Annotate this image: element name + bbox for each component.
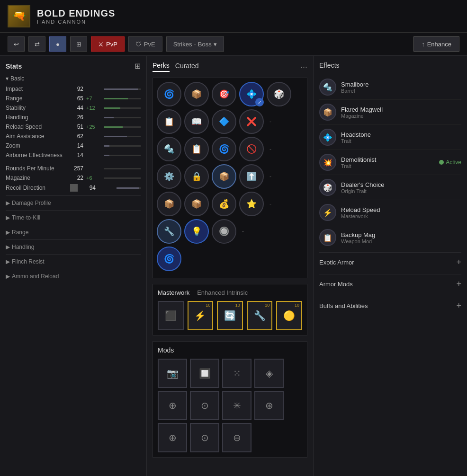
undo-button[interactable]: ↩ xyxy=(8,36,25,52)
mod-8[interactable]: ⊛ xyxy=(254,391,284,420)
perk-trait1-3[interactable]: 🌀 xyxy=(212,137,236,161)
perk-barrel-2[interactable]: 📦 xyxy=(184,82,209,106)
effect-flared-magwell[interactable]: 📦 Flared Magwell Magazine xyxy=(319,100,461,125)
mod-9[interactable]: ⊕ xyxy=(158,423,187,452)
perk-mag-3[interactable]: 🔷 xyxy=(212,109,236,134)
perk-mag-1[interactable]: 📋 xyxy=(157,109,181,134)
stat-value-magazine: 22 xyxy=(70,175,83,181)
mw-item-empty[interactable]: ⬛ xyxy=(158,301,184,330)
effects-panel: Effects 🔩 Smallbore Barrel 📦 Flared Magw… xyxy=(313,56,467,476)
effect-dealers-choice[interactable]: 🎲 Dealer's Choice Origin Trait xyxy=(319,175,461,200)
perk-trait2-4[interactable]: ⬆️ xyxy=(239,164,264,189)
effect-headstone[interactable]: 💠 Headstone Trait xyxy=(319,125,461,150)
stat-value-recoil: 94 xyxy=(82,185,96,191)
mod-3[interactable]: ⁙ xyxy=(222,359,251,388)
stats-add-button[interactable]: ⊞ xyxy=(135,62,141,71)
stat-bar-fill-recoil xyxy=(117,187,139,189)
effect-demolitionist[interactable]: 💥 Demolitionist Trait Active xyxy=(319,150,461,175)
stat-name-rpm: Rounds Per Minute xyxy=(6,165,67,172)
pvp-button[interactable]: ⚔ PvP xyxy=(91,36,125,52)
strikes-boss-button[interactable]: Strikes - Boss ▾ xyxy=(166,36,224,52)
perk-dash-2: - xyxy=(267,146,274,152)
buffs-abilities-section[interactable]: Buffs and Abilities + xyxy=(319,296,461,316)
stat-value-stability: 44 xyxy=(70,105,83,111)
perk-barrel-selected[interactable]: 💠 xyxy=(239,82,264,106)
effect-backup-mag[interactable]: 📋 Backup Mag Weapon Mod xyxy=(319,225,461,250)
mod-4[interactable]: ◈ xyxy=(254,359,284,388)
mod-7[interactable]: ✳ xyxy=(222,391,251,420)
perk-trait2-2[interactable]: 🔒 xyxy=(184,164,209,189)
perk-trait2-1[interactable]: ⚙️ xyxy=(157,164,181,189)
perk-trait2-selected[interactable]: 📦 xyxy=(212,164,236,189)
perk-row6-blue[interactable]: 💡 xyxy=(184,219,209,244)
ammo-reload-label: Ammo and Reload xyxy=(12,273,59,280)
mod-11[interactable]: ⊖ xyxy=(222,423,251,452)
damage-profile-section[interactable]: ▶ Damage Profile xyxy=(6,195,141,206)
mod-6[interactable]: ⊙ xyxy=(190,391,219,420)
mw-item-2[interactable]: 10 🔄 xyxy=(217,301,243,330)
mod-2[interactable]: 🔲 xyxy=(190,359,219,388)
perks-grid: 🌀 📦 🎯 💠 🎲 📋 📖 🔷 ❌ - 🔩 📋 🌀 🚫 - xyxy=(153,78,307,278)
basic-stats-group: ▾ Basic Impact 92 Range 65 +7 xyxy=(6,75,141,192)
ammo-reload-section[interactable]: ▶ Ammo and Reload xyxy=(6,269,141,280)
more-options-button[interactable]: ··· xyxy=(300,62,307,72)
curated-tab[interactable]: Curated xyxy=(175,62,199,71)
pve-button[interactable]: 🛡 PvE xyxy=(128,36,162,52)
perk-barrel-5[interactable]: 🎲 xyxy=(267,82,291,106)
exotic-armor-section[interactable]: Exotic Armor + xyxy=(319,252,461,272)
range-section[interactable]: ▶ Range xyxy=(6,225,141,236)
perk-trait1-4[interactable]: 🚫 xyxy=(239,137,264,161)
perk-origin-1[interactable]: 📦 xyxy=(157,192,181,216)
armor-mods-section[interactable]: Armor Mods + xyxy=(319,274,461,294)
dot-mode-button[interactable]: ● xyxy=(49,36,66,52)
mods-section: Mods 📷 🔲 ⁙ ◈ ⊕ ⊙ ✳ ⊛ ⊕ ⊙ ⊖ xyxy=(153,341,307,458)
perk-barrel-1[interactable]: 🌀 xyxy=(157,82,181,106)
stats-title: Stats xyxy=(6,62,22,70)
effect-dealers-choice-info: Dealer's Choice Origin Trait xyxy=(341,181,384,194)
flinch-resist-section[interactable]: ▶ Flinch Resist xyxy=(6,254,141,265)
mod-5[interactable]: ⊕ xyxy=(158,391,187,420)
masterwork-header: Masterwork Enhanced Intrinsic xyxy=(158,289,302,296)
mod-1[interactable]: 📷 xyxy=(158,359,187,388)
perk-barrel-3[interactable]: 🎯 xyxy=(212,82,236,106)
perk-origin-3[interactable]: 💰 xyxy=(212,192,236,216)
recoil-indicator xyxy=(70,184,78,192)
flinch-resist-label: Flinch Resist xyxy=(12,258,45,265)
stat-name-recoil: Recoil Direction xyxy=(6,185,67,191)
perk-row6-selected[interactable]: 🔧 xyxy=(157,219,181,244)
mw-item-4[interactable]: 10 🟡 xyxy=(276,301,302,330)
perk-origin-4[interactable]: ⭐ xyxy=(239,192,264,216)
mw-item-3[interactable]: 10 🔧 xyxy=(247,301,273,330)
grid-mode-button[interactable]: ⊞ xyxy=(70,36,87,52)
perk-dash-5: - xyxy=(239,228,247,235)
stat-bar-airborne xyxy=(104,155,141,156)
basic-section-label[interactable]: ▾ Basic xyxy=(6,75,141,82)
handling-section[interactable]: ▶ Handling xyxy=(6,239,141,250)
stat-row-reload-speed: Reload Speed 51 +25 xyxy=(6,123,141,130)
perk-trait1-2[interactable]: 📋 xyxy=(184,137,209,161)
mw-item-1[interactable]: 10 ⚡ xyxy=(188,301,214,330)
perk-origin-2[interactable]: 📦 xyxy=(184,192,209,216)
mw-level-4: 10 xyxy=(295,303,299,308)
perks-tab[interactable]: Perks xyxy=(153,62,170,72)
exotic-armor-plus-icon: + xyxy=(456,257,461,267)
effect-reload-speed[interactable]: ⚡ Reload Speed Masterwork xyxy=(319,200,461,225)
perk-mag-4[interactable]: ❌ xyxy=(239,109,264,134)
time-to-kill-section[interactable]: ▶ Time-to-Kill xyxy=(6,210,141,221)
enhanced-intrinsic-tab[interactable]: Enhanced Intrinsic xyxy=(197,289,248,296)
effect-smallbore-info: Smallbore Barrel xyxy=(341,81,369,94)
masterwork-tab[interactable]: Masterwork xyxy=(158,289,189,296)
perk-dash-3: - xyxy=(267,173,274,180)
mod-10[interactable]: ⊙ xyxy=(190,423,219,452)
effect-smallbore[interactable]: 🔩 Smallbore Barrel xyxy=(319,75,461,100)
chevron-right-icon: ▶ xyxy=(6,229,10,236)
perk-trait1-1[interactable]: 🔩 xyxy=(157,137,181,161)
enhance-button[interactable]: ↑ Enhance xyxy=(413,36,459,52)
perks-row-1: 🌀 📦 🎯 💠 🎲 xyxy=(157,82,303,106)
perk-row6-3[interactable]: 🔘 xyxy=(212,219,236,244)
stat-bar-fill-airborne xyxy=(104,155,109,156)
mods-title: Mods xyxy=(158,346,302,354)
perk-row7-blue[interactable]: 🌀 xyxy=(157,247,181,271)
perk-mag-2[interactable]: 📖 xyxy=(184,109,209,134)
shuffle-button[interactable]: ⇄ xyxy=(28,36,45,52)
